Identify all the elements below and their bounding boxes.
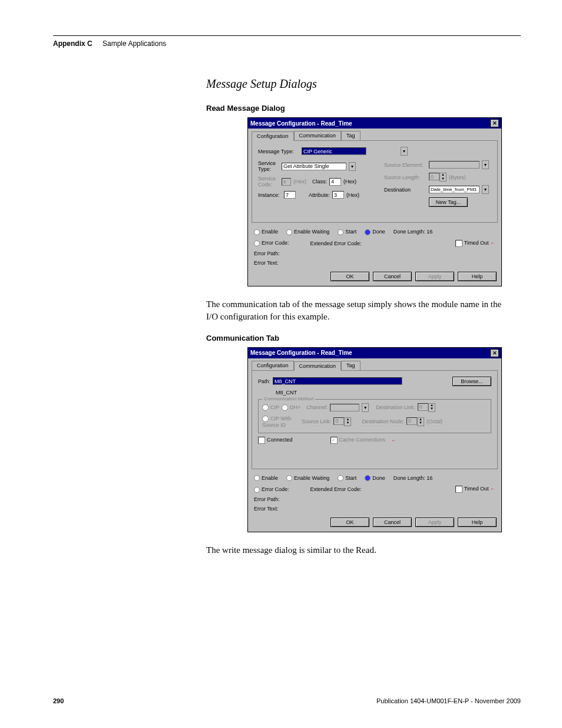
start-status: Start: [338, 475, 356, 482]
page-number: 290: [53, 697, 64, 704]
done-status: Done: [365, 229, 385, 235]
enable-waiting-status: Enable Waiting: [286, 229, 329, 235]
apply-button: Apply: [415, 518, 454, 527]
chevron-down-icon[interactable]: ▼: [401, 147, 408, 156]
help-button[interactable]: Help: [458, 272, 497, 281]
arrow-icon: ←: [490, 486, 495, 492]
message-type-field[interactable]: CIP Generic: [302, 147, 366, 155]
source-link-label: Source Link:: [302, 419, 331, 424]
cip-radio: CIP: [262, 404, 279, 411]
class-label: Class:: [312, 179, 327, 185]
dialog-communication-tab: Message Configuration - Read_Time ✕ Conf…: [247, 347, 502, 533]
extended-error-label: Extended Error Code:: [310, 486, 362, 492]
section-title: Message Setup Dialogs: [206, 77, 521, 91]
dh-radio: DH+: [282, 404, 300, 411]
chevron-down-icon: ▼: [362, 403, 369, 412]
timed-out-check: Timed Out ←: [455, 486, 495, 493]
source-length-spin: 0▲▼: [429, 173, 447, 182]
path-sub-label: M8_CNT: [276, 390, 297, 396]
error-path-label: Error Path:: [254, 251, 495, 256]
path-label: Path:: [258, 378, 270, 384]
sub-heading-comm: Communication Tab: [206, 334, 521, 342]
source-length-label: Source Length:: [384, 174, 427, 180]
hex-label: (Hex): [293, 179, 306, 185]
sub-heading-read: Read Message Dialog: [206, 104, 521, 113]
service-type-field[interactable]: Get Attribute Single: [282, 163, 346, 170]
dest-node-spin: 0▲▼: [406, 417, 424, 426]
channel-field: [330, 404, 359, 411]
enable-status: Enable: [254, 229, 278, 235]
timed-out-check: Timed Out ←: [455, 240, 495, 247]
arrow-icon: ←: [490, 240, 495, 246]
service-code-field: e: [282, 178, 291, 186]
cancel-button[interactable]: Cancel: [373, 518, 412, 527]
connected-check[interactable]: Connected: [258, 437, 293, 444]
error-text-label: Error Text:: [254, 506, 495, 512]
source-link-spin: 0▲▼: [333, 417, 351, 426]
new-tag-button[interactable]: New Tag...: [429, 197, 468, 207]
close-icon[interactable]: ✕: [490, 119, 499, 127]
chevron-down-icon[interactable]: ▼: [349, 162, 356, 171]
close-icon[interactable]: ✕: [490, 349, 499, 357]
tab-configuration[interactable]: Configuration: [252, 131, 294, 141]
octal-label: (Octal): [427, 419, 442, 424]
dest-link-label: Destination Link:: [376, 404, 415, 410]
message-type-label: Message Type:: [258, 149, 299, 154]
comm-method-group: Communication Method CIP DH+ Channel: ▼ …: [258, 399, 491, 433]
path-field[interactable]: M8_CNT: [273, 377, 402, 385]
instance-label: Instance:: [258, 192, 282, 198]
class-field[interactable]: 4: [329, 178, 341, 186]
destination-field[interactable]: Date_time_from_PM3: [429, 186, 480, 193]
page-header: Appendix C Sample Applications: [53, 39, 521, 48]
attribute-label: Attribute:: [309, 192, 330, 198]
paragraph-write-msg: The write message dialog is similar to t…: [206, 544, 509, 556]
header-section: Appendix C: [53, 39, 92, 48]
attribute-field[interactable]: 3: [332, 191, 344, 199]
tab-configuration[interactable]: Configuration: [252, 361, 294, 370]
ok-button[interactable]: OK: [330, 272, 369, 281]
hex-label: (Hex): [343, 179, 356, 185]
cache-check: ✓Cache Connections: [330, 437, 386, 444]
hex-label: (Hex): [346, 192, 359, 198]
comm-method-label: Communication Method: [262, 396, 315, 401]
error-code-status: Error Code:: [254, 486, 289, 493]
dialog-title: Message Configuration - Read_Time: [250, 120, 352, 127]
done-length-label: Done Length: 16: [394, 475, 433, 481]
enable-waiting-status: Enable Waiting: [286, 475, 329, 482]
tab-tag[interactable]: Tag: [341, 361, 361, 370]
tab-communication[interactable]: Communication: [294, 131, 342, 140]
tab-tag[interactable]: Tag: [341, 131, 361, 140]
bytes-label: (Bytes): [449, 174, 466, 180]
dialog-title: Message Configuration - Read_Time: [250, 350, 352, 356]
dest-node-label: Destination Node:: [362, 419, 404, 424]
service-code-label: Service Code:: [258, 176, 279, 187]
cip-with-radio: CIP With Source ID: [262, 416, 291, 428]
tab-communication[interactable]: Communication: [294, 361, 342, 371]
arrow-icon: ←: [391, 437, 396, 443]
error-path-label: Error Path:: [254, 496, 495, 502]
paragraph-comm-tab: The communication tab of the message set…: [206, 298, 509, 323]
cancel-button[interactable]: Cancel: [373, 272, 412, 281]
help-button[interactable]: Help: [458, 518, 497, 527]
start-status: Start: [338, 229, 356, 235]
chevron-down-icon[interactable]: ▼: [482, 185, 489, 194]
chevron-down-icon: ▼: [482, 160, 489, 169]
instance-field[interactable]: 7: [284, 191, 296, 199]
enable-status: Enable: [254, 475, 278, 482]
dest-link-spin: 0▲▼: [418, 403, 435, 412]
header-title: Sample Applications: [103, 39, 166, 48]
source-element-label: Source Element:: [384, 162, 427, 168]
ok-button[interactable]: OK: [330, 518, 369, 527]
apply-button: Apply: [415, 272, 454, 281]
publication-info: Publication 1404-UM001F-EN-P - November …: [376, 697, 521, 704]
service-type-label: Service Type:: [258, 160, 279, 172]
done-status: Done: [365, 475, 385, 482]
source-element-field: [429, 161, 480, 169]
done-length-label: Done Length: 16: [394, 229, 433, 235]
channel-label: Channel:: [306, 404, 328, 410]
dialog-read-message: Message Configuration - Read_Time ✕ Conf…: [247, 117, 502, 286]
error-code-status: Error Code:: [254, 240, 289, 246]
error-text-label: Error Text:: [254, 260, 495, 266]
browse-button[interactable]: Browse...: [452, 377, 491, 386]
destination-label: Destination: [384, 187, 427, 193]
